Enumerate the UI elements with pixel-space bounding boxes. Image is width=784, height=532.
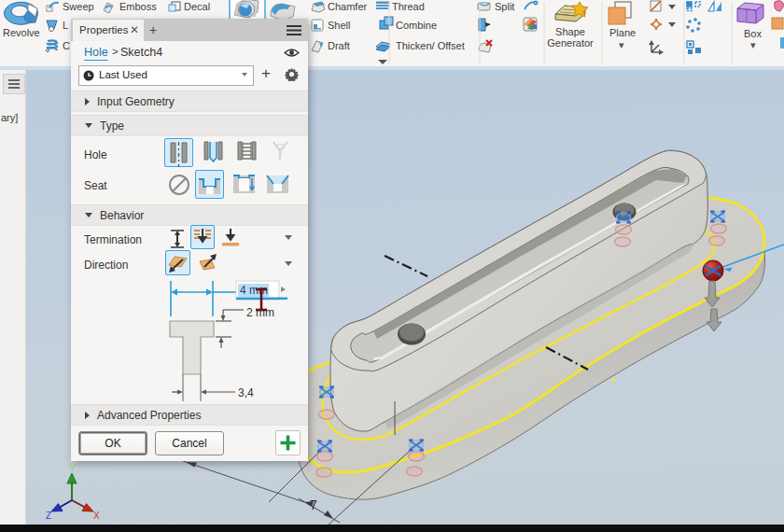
svg-text:3,4: 3,4	[238, 386, 254, 399]
svg-text:2 mm: 2 mm	[246, 306, 274, 319]
svg-text:X: X	[93, 511, 100, 521]
svg-text:Y: Y	[69, 463, 76, 473]
svg-text:7: 7	[310, 497, 317, 512]
svg-text:Z: Z	[46, 511, 51, 521]
